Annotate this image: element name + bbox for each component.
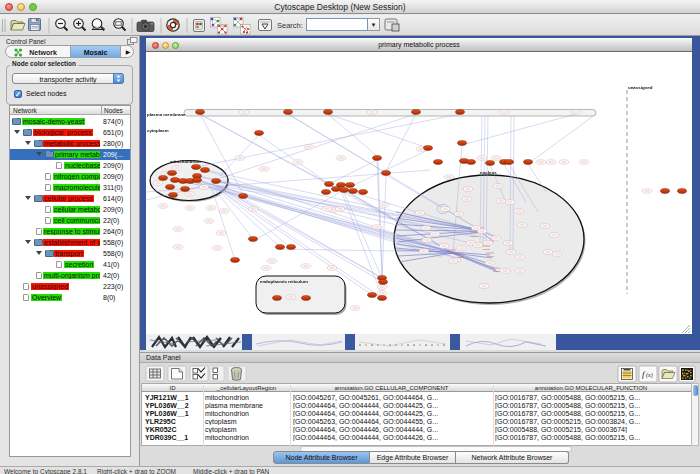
svg-text:mitochondrion: mitochondrion [170,159,201,164]
svg-text:endoplasmic reticulum: endoplasmic reticulum [260,279,308,284]
svg-text:unassigned: unassigned [628,85,653,90]
svg-text:plasma membrane: plasma membrane [147,112,186,117]
svg-text:nucleus: nucleus [480,170,497,175]
svg-text:cytoplasm: cytoplasm [147,128,169,133]
svg-text:(x): (x) [646,372,653,379]
